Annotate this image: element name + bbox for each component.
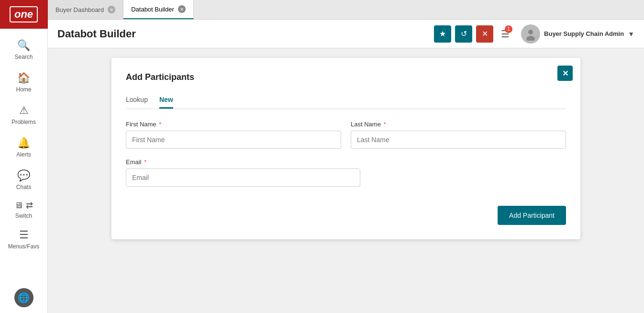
header-actions: ★ ↺ ✕ ☰ 1 Buyer Supply Chain Admin xyxy=(434,24,634,44)
modal-title: Add Participants xyxy=(126,72,566,82)
last-name-input[interactable] xyxy=(351,131,566,149)
required-marker: * xyxy=(144,158,146,166)
sidebar-item-alerts[interactable]: 🔔 Alerts xyxy=(0,131,47,164)
user-dropdown-arrow[interactable]: ▼ xyxy=(628,30,634,38)
page-title: Databot Builder xyxy=(57,28,434,40)
problems-icon: ⚠ xyxy=(19,104,29,117)
tab-label: Databot Builder xyxy=(131,6,174,13)
sidebar-item-label: Alerts xyxy=(16,151,31,158)
first-name-group: First Name * xyxy=(126,121,341,149)
sidebar-item-menus[interactable]: ☰ Menus/Favs xyxy=(0,223,47,256)
last-name-group: Last Name * xyxy=(351,121,566,149)
email-input[interactable] xyxy=(126,168,360,187)
search-icon: 🔍 xyxy=(17,39,30,52)
user-name: Buyer Supply Chain Admin xyxy=(544,30,624,37)
sidebar-item-switch[interactable]: 🖥 ⇄ Switch xyxy=(0,196,47,223)
sidebar: one 🔍 Search 🏠 Home ⚠ Problems 🔔 Alerts … xyxy=(0,0,48,313)
last-name-label: Last Name * xyxy=(351,121,566,128)
modal-footer: Add Participant xyxy=(126,206,566,225)
name-row: First Name * Last Name * xyxy=(126,121,566,149)
avatar-icon xyxy=(524,27,537,41)
sidebar-item-chats[interactable]: 💬 Chats xyxy=(0,164,47,196)
home-icon: 🏠 xyxy=(17,72,30,84)
page-content: ✕ Add Participants Lookup New First Name… xyxy=(48,48,644,313)
switch-icon-2: ⇄ xyxy=(26,200,33,211)
menu-button[interactable]: ☰ 1 xyxy=(501,28,510,40)
email-row: Email * xyxy=(126,158,566,187)
favorite-button[interactable]: ★ xyxy=(434,25,451,43)
sidebar-item-label: Chats xyxy=(16,184,31,190)
app-logo: one xyxy=(0,0,48,29)
add-participant-button[interactable]: Add Participant xyxy=(498,206,566,225)
tab-close-buyer[interactable]: ✕ xyxy=(108,6,115,13)
required-marker: * xyxy=(384,121,386,128)
sidebar-item-search[interactable]: 🔍 Search xyxy=(0,34,47,66)
first-name-input[interactable] xyxy=(126,131,341,149)
svg-point-1 xyxy=(528,30,533,34)
refresh-button[interactable]: ↺ xyxy=(455,25,472,43)
sidebar-item-label: Menus/Favs xyxy=(8,243,39,250)
tab-new[interactable]: New xyxy=(159,92,173,109)
tab-label: Buyer Dashboard xyxy=(56,6,104,13)
modal-close-button[interactable]: ✕ xyxy=(557,66,573,81)
main-area: Buyer Dashboard ✕ Databot Builder ✕ Data… xyxy=(48,0,644,313)
tab-lookup[interactable]: Lookup xyxy=(126,92,148,109)
first-name-label: First Name * xyxy=(126,121,341,128)
avatar xyxy=(521,24,540,44)
globe-icon[interactable]: 🌐 xyxy=(14,288,33,307)
page-header: Databot Builder ★ ↺ ✕ ☰ 1 Buyer Supply C xyxy=(48,20,644,48)
alerts-icon: 🔔 xyxy=(17,137,30,149)
tab-bar: Buyer Dashboard ✕ Databot Builder ✕ xyxy=(48,0,644,20)
switch-icon-1: 🖥 xyxy=(14,201,23,211)
email-label: Email * xyxy=(126,158,360,166)
sidebar-item-label: Search xyxy=(14,54,33,60)
tab-databot-builder[interactable]: Databot Builder ✕ xyxy=(123,0,194,19)
menus-icon: ☰ xyxy=(19,229,29,241)
sidebar-item-problems[interactable]: ⚠ Problems xyxy=(0,99,47,131)
email-group: Email * xyxy=(126,158,360,187)
chats-icon: 💬 xyxy=(17,169,30,182)
close-page-button[interactable]: ✕ xyxy=(476,25,493,43)
user-section: Buyer Supply Chain Admin ▼ xyxy=(521,24,634,44)
tab-buyer-dashboard[interactable]: Buyer Dashboard ✕ xyxy=(48,0,123,19)
tab-close-databot[interactable]: ✕ xyxy=(178,5,186,13)
notification-badge: 1 xyxy=(505,25,512,33)
modal-tab-bar: Lookup New xyxy=(126,92,566,109)
sidebar-item-home[interactable]: 🏠 Home xyxy=(0,66,47,99)
sidebar-item-label: Problems xyxy=(11,119,36,125)
add-participants-modal: ✕ Add Participants Lookup New First Name… xyxy=(111,58,580,239)
sidebar-item-label: Home xyxy=(16,86,31,93)
sidebar-item-label: Switch xyxy=(15,212,32,219)
required-marker: * xyxy=(159,121,161,128)
